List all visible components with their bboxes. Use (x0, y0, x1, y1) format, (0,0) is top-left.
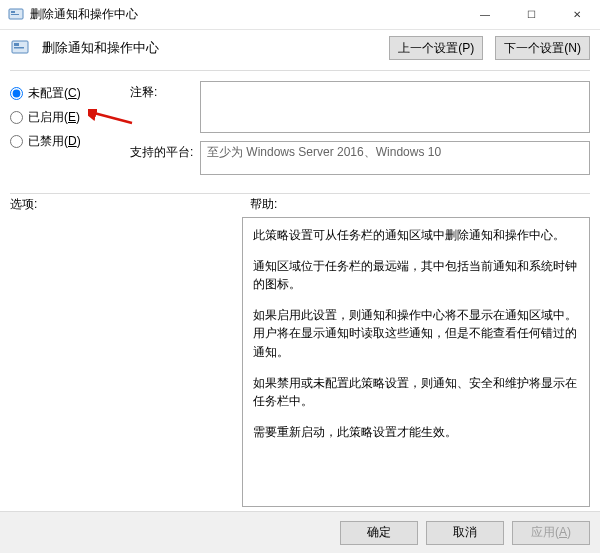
close-button[interactable]: ✕ (554, 0, 600, 30)
platform-label: 支持的平台: (130, 141, 200, 161)
svg-rect-5 (14, 47, 24, 49)
right-col: 注释: 支持的平台: 至少为 Windows Server 2016、Windo… (130, 81, 590, 183)
cancel-button[interactable]: 取消 (426, 521, 504, 545)
radio-disabled-label: 已禁用(D) (28, 133, 81, 150)
next-setting-button[interactable]: 下一个设置(N) (495, 36, 590, 60)
svg-rect-1 (11, 11, 15, 13)
help-p4: 如果禁用或未配置此策略设置，则通知、安全和维护将显示在任务栏中。 (253, 374, 579, 411)
window-title: 删除通知和操作中心 (30, 6, 138, 23)
header-row: 删除通知和操作中心 上一个设置(P) 下一个设置(N) (0, 30, 600, 70)
state-radios: 未配置(C) 已启用(E) 已禁用(D) (10, 81, 120, 183)
comment-label: 注释: (130, 81, 200, 101)
help-panel[interactable]: 此策略设置可从任务栏的通知区域中删除通知和操作中心。 通知区域位于任务栏的最远端… (242, 217, 590, 507)
svg-rect-2 (11, 14, 19, 15)
radio-not-configured-label: 未配置(C) (28, 85, 81, 102)
panels-row: 此策略设置可从任务栏的通知区域中删除通知和操作中心。 通知区域位于任务栏的最远端… (0, 217, 600, 507)
help-p2: 通知区域位于任务栏的最远端，其中包括当前通知和系统时钟的图标。 (253, 257, 579, 294)
radio-enabled[interactable]: 已启用(E) (10, 105, 120, 129)
apply-button[interactable]: 应用(A) (512, 521, 590, 545)
platform-text: 至少为 Windows Server 2016、Windows 10 (207, 145, 441, 159)
help-p3: 如果启用此设置，则通知和操作中心将不显示在通知区域中。用户将在显示通知时读取这些… (253, 306, 579, 362)
titlebar-left: 删除通知和操作中心 (8, 6, 138, 23)
radio-not-configured-input[interactable] (10, 87, 23, 100)
button-bar: 确定 取消 应用(A) (0, 511, 600, 553)
minimize-button[interactable]: — (462, 0, 508, 30)
policy-icon (10, 38, 30, 58)
platform-box[interactable]: 至少为 Windows Server 2016、Windows 10 (200, 141, 590, 175)
ok-button[interactable]: 确定 (340, 521, 418, 545)
svg-rect-4 (14, 43, 19, 46)
radio-not-configured[interactable]: 未配置(C) (10, 81, 120, 105)
previous-setting-button[interactable]: 上一个设置(P) (389, 36, 483, 60)
help-p5: 需要重新启动，此策略设置才能生效。 (253, 423, 579, 442)
policy-title: 删除通知和操作中心 (42, 39, 377, 57)
comment-textarea[interactable] (200, 81, 590, 133)
app-icon (8, 7, 24, 23)
radio-disabled[interactable]: 已禁用(D) (10, 129, 120, 153)
options-panel (10, 217, 236, 507)
section-labels: 选项: 帮助: (0, 194, 600, 217)
window-controls: — ☐ ✕ (462, 0, 600, 30)
maximize-button[interactable]: ☐ (508, 0, 554, 30)
options-label: 选项: (10, 196, 250, 213)
help-p1: 此策略设置可从任务栏的通知区域中删除通知和操作中心。 (253, 226, 579, 245)
radio-enabled-input[interactable] (10, 111, 23, 124)
radio-disabled-input[interactable] (10, 135, 23, 148)
radio-enabled-label: 已启用(E) (28, 109, 80, 126)
titlebar: 删除通知和操作中心 — ☐ ✕ (0, 0, 600, 30)
comment-row: 注释: (130, 81, 590, 133)
platform-row: 支持的平台: 至少为 Windows Server 2016、Windows 1… (130, 141, 590, 175)
config-block: 未配置(C) 已启用(E) 已禁用(D) 注释: 支持的平台: 至少 (0, 71, 600, 193)
help-label: 帮助: (250, 196, 277, 213)
